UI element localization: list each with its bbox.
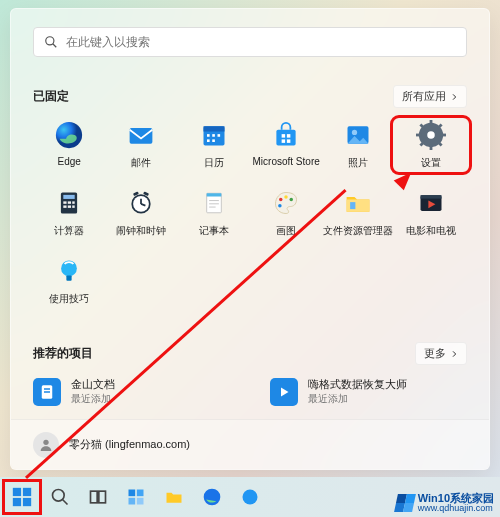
rec-title: 嗨格式数据恢复大师: [308, 377, 407, 392]
svg-rect-33: [63, 205, 66, 207]
svg-rect-63: [13, 488, 21, 496]
app-explorer[interactable]: 文件资源管理器: [322, 188, 394, 238]
edge-icon: [202, 487, 222, 507]
svg-rect-23: [440, 134, 446, 137]
recommended-list: 金山文档 最近添加 嗨格式数据恢复大师 最近添加: [33, 377, 467, 406]
taskbar-app[interactable]: [232, 481, 268, 513]
svg-rect-60: [44, 391, 50, 393]
svg-rect-3: [130, 128, 153, 144]
app-icon: [240, 487, 260, 507]
widgets-icon: [126, 487, 146, 507]
svg-rect-51: [347, 200, 370, 212]
pinned-header: 已固定 所有应用: [33, 85, 467, 108]
svg-rect-5: [203, 126, 224, 131]
svg-rect-10: [212, 139, 215, 142]
recommended-header: 推荐的项目 更多: [33, 342, 467, 365]
user-label[interactable]: 零分猫 (lingfenmao.com): [69, 437, 190, 452]
tips-icon: [54, 256, 84, 286]
photos-icon: [343, 120, 373, 150]
svg-rect-29: [63, 195, 74, 199]
svg-point-62: [43, 439, 48, 444]
svg-rect-70: [99, 491, 106, 503]
svg-rect-22: [416, 134, 422, 137]
search-icon: [44, 35, 58, 49]
folder-icon: [164, 487, 184, 507]
app-settings[interactable]: 设置: [395, 120, 467, 170]
svg-rect-15: [287, 139, 291, 143]
app-tips[interactable]: 使用技巧: [33, 256, 105, 306]
recommended-title: 推荐的项目: [33, 345, 93, 362]
svg-rect-35: [72, 205, 74, 207]
taskbar-search[interactable]: [42, 481, 78, 513]
folder-icon: [343, 188, 373, 218]
svg-rect-31: [68, 201, 71, 203]
svg-point-75: [204, 489, 221, 506]
svg-point-67: [53, 490, 65, 502]
chevron-right-icon: [450, 350, 458, 358]
clock-icon: [126, 188, 156, 218]
all-apps-button[interactable]: 所有应用: [393, 85, 467, 108]
svg-rect-8: [217, 134, 220, 137]
svg-line-68: [63, 500, 68, 505]
search-bar[interactable]: [33, 27, 467, 57]
svg-line-1: [53, 44, 57, 48]
svg-point-19: [427, 131, 435, 139]
recovery-icon: [270, 378, 298, 406]
svg-rect-34: [68, 205, 71, 207]
app-movies[interactable]: 电影和电视: [395, 188, 467, 238]
mail-icon: [126, 120, 156, 150]
svg-rect-65: [13, 498, 21, 506]
svg-rect-9: [207, 139, 210, 142]
svg-rect-73: [129, 498, 136, 505]
store-icon: [271, 120, 301, 150]
svg-rect-32: [72, 201, 74, 203]
watermark: Win10系统家园 www.qdhuajin.com: [396, 493, 494, 513]
svg-rect-20: [429, 120, 432, 126]
windows-icon: [11, 486, 33, 508]
start-button[interactable]: [4, 481, 40, 513]
svg-point-76: [243, 490, 258, 505]
app-calendar[interactable]: 日历: [178, 120, 250, 170]
svg-rect-30: [63, 201, 66, 203]
taskbar-explorer[interactable]: [156, 481, 192, 513]
watermark-logo: [394, 494, 416, 512]
svg-rect-52: [351, 202, 356, 209]
more-button[interactable]: 更多: [415, 342, 467, 365]
doc-icon: [33, 378, 61, 406]
app-store[interactable]: Microsoft Store: [250, 120, 322, 170]
svg-marker-61: [281, 387, 289, 396]
svg-point-17: [352, 130, 357, 135]
svg-rect-21: [429, 144, 432, 150]
svg-rect-69: [91, 491, 98, 503]
gear-icon: [416, 120, 446, 150]
taskview-icon: [88, 487, 108, 507]
app-calculator[interactable]: 计算器: [33, 188, 105, 238]
watermark-url: www.qdhuajin.com: [418, 504, 494, 513]
recommended-item[interactable]: 嗨格式数据恢复大师 最近添加: [270, 377, 467, 406]
app-notepad[interactable]: 记事本: [178, 188, 250, 238]
app-paint[interactable]: 画图: [250, 188, 322, 238]
taskbar-taskview[interactable]: [80, 481, 116, 513]
search-input[interactable]: [66, 35, 456, 49]
svg-rect-64: [23, 488, 31, 496]
svg-rect-13: [287, 134, 291, 138]
svg-rect-57: [67, 275, 72, 280]
svg-rect-7: [212, 134, 215, 137]
paint-icon: [271, 188, 301, 218]
edge-icon: [54, 120, 84, 150]
taskbar-edge[interactable]: [194, 481, 230, 513]
movies-icon: [416, 188, 446, 218]
start-menu: 已固定 所有应用 Edge 邮件 日历: [10, 8, 490, 470]
svg-rect-11: [277, 130, 296, 146]
app-mail[interactable]: 邮件: [105, 120, 177, 170]
svg-rect-6: [207, 134, 210, 137]
search-icon: [50, 487, 70, 507]
app-edge[interactable]: Edge: [33, 120, 105, 170]
chevron-right-icon: [450, 93, 458, 101]
taskbar-widgets[interactable]: [118, 481, 154, 513]
app-clock[interactable]: 闹钟和时钟: [105, 188, 177, 238]
person-icon: [38, 437, 54, 453]
svg-rect-72: [137, 490, 144, 497]
svg-point-49: [290, 198, 294, 202]
app-photos[interactable]: 照片: [322, 120, 394, 170]
